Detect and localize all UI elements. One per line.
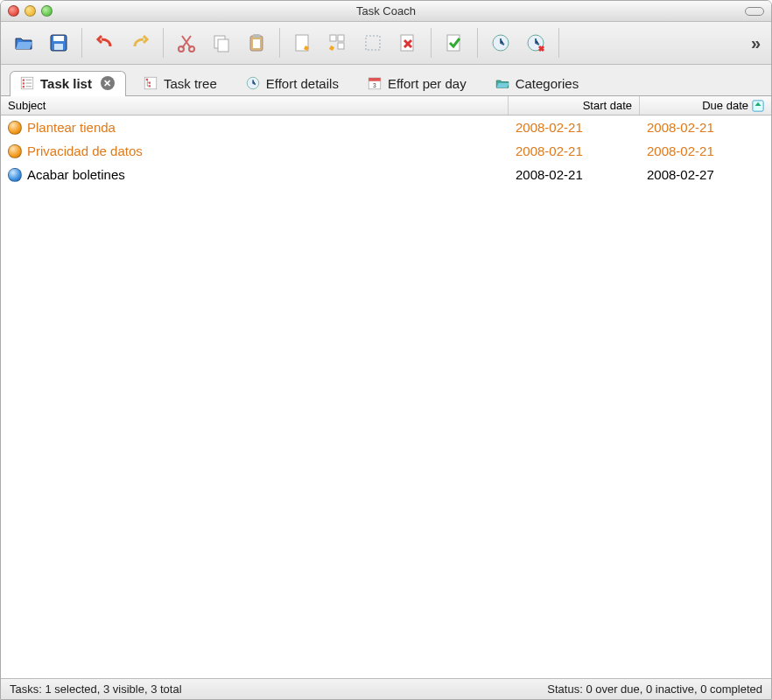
tab-effort-details[interactable]: Effort details <box>235 71 350 96</box>
toolbar-separator <box>431 28 432 58</box>
start-effort-icon <box>490 32 511 53</box>
tab-label: Task tree <box>164 76 217 91</box>
svg-rect-20 <box>23 80 25 81</box>
mark-complete-icon <box>444 32 465 53</box>
svg-rect-21 <box>23 82 25 84</box>
status-ball-icon <box>8 121 22 135</box>
window-title: Task Coach <box>1 4 771 18</box>
edit-task-icon <box>362 32 383 53</box>
cut-button[interactable] <box>171 27 202 59</box>
close-window-icon[interactable] <box>8 5 19 17</box>
svg-text:3: 3 <box>373 82 376 88</box>
edit-task-button[interactable] <box>357 27 389 59</box>
status-right: Status: 0 over due, 0 inactive, 0 comple… <box>547 682 762 696</box>
minimize-window-icon[interactable] <box>25 5 36 17</box>
task-start-date: 2008-02-21 <box>509 117 640 137</box>
column-header-due-date[interactable]: Due date <box>640 96 771 115</box>
tab-task-tree[interactable]: Task tree <box>133 71 228 96</box>
task-subject-label: Plantear tienda <box>27 120 116 135</box>
task-rows: Plantear tienda2008-02-212008-02-21Priva… <box>1 116 771 186</box>
task-subject-label: Privacidad de datos <box>27 144 143 158</box>
toolbar-separator <box>163 28 164 58</box>
window-controls <box>8 5 53 17</box>
toolbar-overflow-button[interactable]: » <box>746 33 764 53</box>
status-left: Tasks: 1 selected, 3 visible, 3 total <box>10 682 182 696</box>
svg-rect-9 <box>253 39 260 48</box>
mark-complete-button[interactable] <box>439 27 470 59</box>
undo-button[interactable] <box>89 27 121 59</box>
toolbar-separator <box>477 28 478 58</box>
titlebar[interactable]: Task Coach <box>1 1 771 22</box>
task-start-date: 2008-02-21 <box>509 141 640 161</box>
svg-rect-26 <box>149 85 151 87</box>
undo-icon <box>95 32 116 53</box>
categories-icon <box>495 75 510 91</box>
open-file-button[interactable] <box>8 27 39 59</box>
task-subject-label: Acabar boletines <box>27 167 125 182</box>
paste-icon <box>246 32 267 53</box>
task-subject-cell: Privacidad de datos <box>1 141 509 161</box>
redo-button[interactable] <box>124 27 156 59</box>
svg-rect-1 <box>53 36 64 41</box>
tab-label: Effort details <box>266 76 339 91</box>
svg-rect-11 <box>330 35 336 41</box>
column-header-subject[interactable]: Subject <box>1 96 509 115</box>
svg-rect-2 <box>54 44 63 50</box>
new-subtask-button[interactable] <box>322 27 354 59</box>
task-due-date: 2008-02-21 <box>640 117 771 137</box>
calendar-icon: 3 <box>367 75 382 91</box>
svg-rect-14 <box>366 36 380 50</box>
copy-button[interactable] <box>206 27 237 59</box>
zoom-window-icon[interactable] <box>41 5 53 17</box>
svg-point-4 <box>189 46 194 52</box>
table-row[interactable]: Privacidad de datos2008-02-212008-02-21 <box>1 139 771 163</box>
svg-rect-8 <box>253 34 260 38</box>
tab-bar: Task list ✕ Task tree Effort details 3 E… <box>1 65 771 96</box>
sort-ascending-icon <box>752 100 764 112</box>
svg-rect-13 <box>338 43 344 49</box>
delete-task-icon <box>397 32 418 53</box>
clock-icon <box>245 75 261 91</box>
svg-rect-22 <box>23 86 25 88</box>
tab-label: Task list <box>40 76 92 91</box>
svg-rect-6 <box>218 39 228 52</box>
new-task-icon <box>292 32 313 53</box>
stop-effort-icon <box>525 32 546 53</box>
save-icon <box>48 32 69 53</box>
table-row[interactable]: Plantear tienda2008-02-212008-02-21 <box>1 116 771 139</box>
column-headers: Subject Start date Due date <box>1 96 771 116</box>
tab-categories[interactable]: Categories <box>485 71 591 96</box>
svg-rect-29 <box>368 78 381 81</box>
save-button[interactable] <box>43 27 74 59</box>
tab-label: Categories <box>516 76 579 91</box>
start-effort-button[interactable] <box>485 27 516 59</box>
toolbar-separator <box>558 28 559 58</box>
column-header-start-date[interactable]: Start date <box>509 96 640 115</box>
task-subject-cell: Acabar boletines <box>1 164 509 185</box>
copy-icon <box>211 32 232 53</box>
task-tree-icon <box>143 75 158 91</box>
tab-effort-per-day[interactable]: 3 Effort per day <box>357 71 478 96</box>
new-subtask-icon <box>327 32 348 53</box>
toolbar-separator <box>279 28 280 58</box>
redo-icon <box>130 32 151 53</box>
column-label: Start date <box>583 99 632 112</box>
column-label: Subject <box>8 99 46 112</box>
task-subject-cell: Plantear tienda <box>1 117 509 137</box>
table-row[interactable]: Acabar boletines2008-02-212008-02-27 <box>1 163 771 186</box>
task-start-date: 2008-02-21 <box>509 164 640 185</box>
tab-task-list[interactable]: Task list ✕ <box>10 71 126 96</box>
paste-button[interactable] <box>241 27 272 59</box>
status-ball-icon <box>8 144 22 158</box>
cut-icon <box>176 32 197 53</box>
status-bar: Tasks: 1 selected, 3 visible, 3 total St… <box>1 678 771 699</box>
delete-task-button[interactable] <box>392 27 424 59</box>
toolbar-separator <box>81 28 82 58</box>
toolbar-toggle-icon[interactable] <box>745 7 764 16</box>
stop-effort-button[interactable] <box>520 27 551 59</box>
task-list-icon <box>19 75 35 91</box>
close-tab-icon[interactable]: ✕ <box>101 76 115 90</box>
new-task-button[interactable] <box>287 27 319 59</box>
svg-rect-24 <box>146 79 148 80</box>
toolbar: » <box>1 22 771 65</box>
